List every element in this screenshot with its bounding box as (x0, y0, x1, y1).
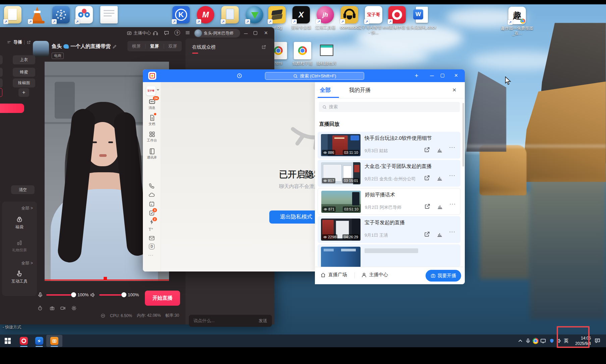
open-external-icon[interactable] (424, 203, 431, 210)
rail-item-workbench[interactable]: 工作台 (143, 131, 161, 143)
gift-vote-label[interactable]: 礼物投票 (2, 248, 37, 253)
tab-all[interactable]: 全部 (320, 87, 331, 94)
taskbar-blue-app-icon[interactable] (35, 337, 43, 345)
more-actions-icon[interactable]: ··· (449, 201, 456, 207)
desktop-icon-zip-gear[interactable]: Z ↗ (51, 6, 71, 26)
more-actions-icon[interactable]: ··· (449, 144, 455, 150)
room-avatar[interactable] (33, 41, 49, 57)
chat-input[interactable]: 说点什么... 发送 (189, 315, 272, 327)
rail-item-contacts[interactable]: 通讯录 (143, 148, 161, 160)
gift-vote-icon[interactable] (16, 239, 23, 246)
close-panel-icon[interactable]: × (452, 86, 456, 94)
start-live-button[interactable]: 开始直播 (145, 291, 180, 306)
flash-icon[interactable]: 2 (149, 219, 155, 225)
desktop-icon-folder-doc[interactable]: ↗ (220, 6, 240, 26)
scrollbar-thumb[interactable] (462, 103, 464, 167)
more-actions-icon[interactable]: ··· (449, 173, 455, 179)
all-link-2[interactable]: 全部 > (21, 260, 33, 266)
ding-tool-icon[interactable]: D (149, 244, 155, 249)
anchor-center-button[interactable]: 主播中心 (127, 29, 151, 37)
rail-item-messages[interactable]: 消息 24 (143, 98, 161, 110)
all-link-1[interactable]: 全部 > (21, 205, 33, 211)
add-button[interactable]: + (413, 71, 420, 80)
stats-chart-icon[interactable] (437, 203, 443, 210)
desktop-icon-idm[interactable]: ↗ (244, 6, 265, 26)
live-plaza-link[interactable]: 直播广场 (320, 272, 347, 278)
mic-volume-slider[interactable] (46, 294, 74, 296)
desktop-icon-quzuotu[interactable]: 趣 ↗ 趣作图—免费抠图_在... (507, 7, 527, 27)
interactive-tools-icon[interactable] (16, 270, 23, 277)
stats-chart-icon[interactable] (436, 231, 443, 238)
edit-icon[interactable] (112, 44, 117, 49)
layout-vertical-selected[interactable]: 竖屏 (146, 43, 163, 49)
desktop-icon-vlc[interactable]: ↗ (27, 6, 47, 26)
more-actions-icon[interactable]: ··· (449, 229, 455, 235)
replay-item[interactable]: 817 03:15:01 大金总-宝子哥团队发起的直播 9月2日 金先生-台州分… (318, 160, 460, 187)
minimize-button[interactable]: ─ (429, 71, 435, 80)
open-external-icon[interactable] (424, 175, 430, 181)
scene-pill-shirt[interactable]: 上衣 (13, 55, 35, 64)
tray-security-shield-icon[interactable] (549, 338, 555, 344)
start-button[interactable] (5, 338, 11, 344)
desktop-icon-baozige[interactable]: 宝子哥 ↗ 宝子哥AI智管.exe - 快... (364, 6, 384, 26)
org-caret-icon[interactable] (157, 89, 159, 91)
lucky-bag-label[interactable]: 福袋 (2, 224, 37, 230)
desktop-icon-layers[interactable]: ↗ ve.bg (267, 6, 287, 26)
tray-chevron-up-icon[interactable] (518, 339, 523, 343)
help-icon[interactable]: ? (174, 30, 180, 36)
tab-my-broadcasts[interactable]: 我的开播 (349, 87, 371, 94)
desktop-icon-jianghu[interactable]: jh↗ 江湖工具箱 (315, 6, 335, 26)
lucky-bag-icon[interactable] (16, 216, 23, 223)
menu-icon[interactable] (185, 30, 190, 36)
scene-pill-chili[interactable]: 辣椒面 (13, 78, 35, 87)
go-live-button[interactable]: 我要开播 (426, 270, 461, 282)
tray-mic-icon[interactable] (525, 338, 531, 344)
phone-call-icon[interactable] (149, 183, 155, 189)
cloud-disk-icon[interactable] (149, 192, 155, 198)
popout-icon[interactable] (26, 40, 31, 45)
add-scene-button[interactable]: + (18, 88, 29, 97)
settings-gear-icon[interactable] (71, 305, 77, 311)
text-tool-icon[interactable]: T° (149, 227, 153, 232)
layout-dual[interactable]: 双屏 (164, 43, 182, 49)
replay-item-selected[interactable]: 871 03:51:10 婷姐平播话术 9月2日 阿米巴导师 ··· (318, 188, 460, 215)
timer-icon[interactable] (37, 305, 43, 311)
anchor-center-link[interactable]: 主播中心 (361, 272, 388, 278)
tray-display-icon[interactable] (540, 338, 546, 344)
headset-icon[interactable] (153, 30, 158, 36)
close-button[interactable]: × (263, 30, 269, 36)
stats-chart-icon[interactable] (436, 146, 443, 153)
taskbar-live-companion-icon[interactable] (20, 337, 28, 345)
active-red-button[interactable] (0, 104, 24, 113)
desktop-icon-folder[interactable]: ↗ (3, 6, 23, 26)
replay-search-input[interactable]: 搜索 (319, 102, 460, 112)
calendar-icon[interactable]: 4 (149, 201, 155, 207)
desktop-icon-ocenaudio[interactable]: ↗ ocenaudio (339, 6, 360, 26)
mic-icon[interactable] (37, 292, 43, 298)
history-icon[interactable] (236, 73, 242, 79)
tray-chrome-icon[interactable] (533, 338, 539, 344)
minimize-button[interactable]: ─ (243, 30, 249, 36)
mail-icon[interactable] (149, 235, 155, 241)
popout-icon[interactable] (261, 45, 266, 50)
desktop-icon-text-doc[interactable] (99, 6, 119, 26)
account-tab[interactable]: 鱼头-阿米巴导师 (194, 29, 240, 38)
desktop-icon-particle-rain[interactable]: 炫酷粒子雨 (292, 42, 313, 62)
record-progress-marker[interactable] (104, 277, 107, 281)
speaker-slider-knob[interactable] (121, 292, 126, 297)
replay-item-partial[interactable] (318, 244, 460, 267)
rail-item-docs[interactable]: 文档 (143, 114, 161, 126)
desktop-icon-word-doc[interactable]: W 鱼头见面礼.docx (411, 6, 431, 26)
todo-icon[interactable]: 3 (149, 210, 155, 216)
close-button[interactable]: × (453, 71, 459, 80)
taskbar-camera-app-icon[interactable] (50, 337, 58, 345)
replay-item[interactable]: 2298 04:26:29 宝子哥发起的直播 9月1日 王清 ··· (318, 216, 460, 243)
open-external-icon[interactable] (424, 231, 430, 238)
maximize-button[interactable] (441, 74, 444, 77)
stats-chart-icon[interactable] (436, 175, 443, 181)
desktop-icon-k-app[interactable]: K ↗ (171, 6, 191, 26)
feedback-bubble-icon[interactable] (164, 30, 169, 36)
send-button[interactable]: 发送 (259, 318, 267, 324)
maximize-button[interactable] (254, 31, 257, 35)
notification-center-icon[interactable] (594, 338, 601, 344)
